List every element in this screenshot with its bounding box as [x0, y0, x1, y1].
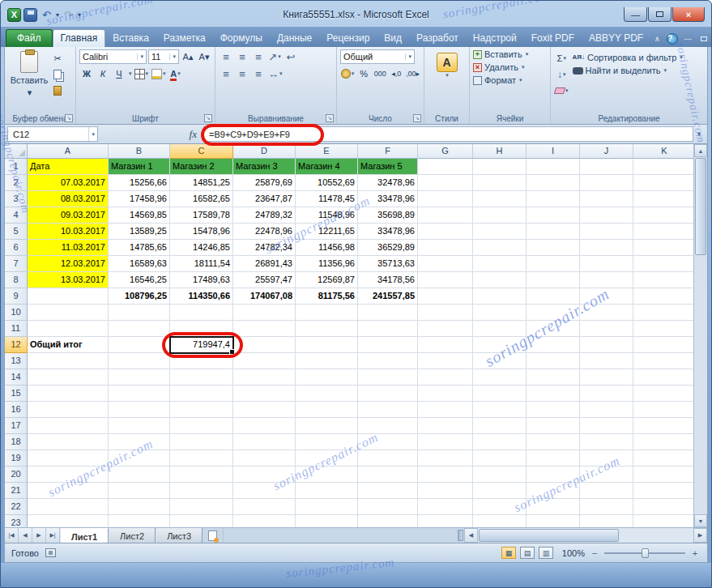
- cell-G19[interactable]: [418, 450, 473, 467]
- first-sheet-button[interactable]: |◀: [5, 528, 19, 543]
- format-cells-button[interactable]: Формат ▾: [473, 75, 547, 85]
- cell-I21[interactable]: [527, 483, 580, 499]
- cell-E14[interactable]: [296, 369, 358, 386]
- font-family-select[interactable]: Calibri ▾: [79, 49, 147, 64]
- row-header-12[interactable]: 12: [5, 337, 28, 353]
- book-minimize-icon[interactable]: —: [681, 33, 694, 45]
- cell-A13[interactable]: [28, 353, 109, 369]
- cell-D14[interactable]: [233, 369, 296, 386]
- cell-H19[interactable]: [473, 450, 527, 467]
- cell-D6[interactable]: 24782,34: [233, 240, 296, 256]
- tab-splitter-handle[interactable]: [458, 530, 463, 541]
- cell-E21[interactable]: [296, 483, 358, 499]
- cell-B17[interactable]: [109, 418, 170, 434]
- row-header-14[interactable]: 14: [5, 369, 28, 386]
- cell-B18[interactable]: [109, 434, 170, 450]
- comma-style-button[interactable]: 000: [373, 66, 387, 81]
- tab-page-layout[interactable]: Разметка: [156, 30, 213, 47]
- name-box[interactable]: C12 ▾: [7, 126, 98, 142]
- shrink-font-button[interactable]: А▾: [197, 49, 211, 64]
- cell-A23[interactable]: [28, 515, 109, 527]
- cell-C14[interactable]: [170, 369, 233, 386]
- cell-F11[interactable]: [358, 321, 418, 337]
- cell-K2[interactable]: [633, 175, 693, 191]
- scroll-up-icon[interactable]: ▲: [694, 144, 707, 157]
- cell-G12[interactable]: [418, 337, 473, 353]
- cell-G21[interactable]: [418, 483, 473, 499]
- cell-F3[interactable]: 33478,96: [358, 191, 418, 207]
- tab-developer[interactable]: Разработ: [409, 30, 466, 47]
- view-page-layout-icon[interactable]: ▤: [520, 547, 535, 559]
- cell-D1[interactable]: Магазин 3: [233, 159, 296, 175]
- cell-A18[interactable]: [28, 434, 109, 450]
- cell-G4[interactable]: [418, 207, 473, 224]
- horizontal-scrollbar[interactable]: ◀ ▶: [464, 528, 707, 543]
- column-header-K[interactable]: K: [633, 144, 693, 159]
- cell-G1[interactable]: [418, 159, 473, 175]
- cell-K17[interactable]: [633, 418, 693, 434]
- cell-A14[interactable]: [28, 369, 109, 386]
- cell-J17[interactable]: [580, 418, 633, 434]
- cell-B13[interactable]: [109, 353, 170, 369]
- tab-addins[interactable]: Надстрой: [466, 30, 524, 47]
- cell-G9[interactable]: [418, 288, 473, 305]
- cell-B8[interactable]: 16546,25: [109, 272, 170, 288]
- fill-button[interactable]: ↓▾: [554, 67, 569, 82]
- cell-G11[interactable]: [418, 321, 473, 337]
- cell-B2[interactable]: 15256,66: [109, 175, 170, 191]
- cell-H4[interactable]: [473, 207, 527, 224]
- cell-E19[interactable]: [296, 450, 358, 467]
- cell-K3[interactable]: [633, 191, 693, 207]
- minimize-ribbon-icon[interactable]: ∧: [650, 33, 663, 45]
- cell-C12[interactable]: 719947,4: [170, 337, 233, 353]
- cell-H2[interactable]: [473, 175, 527, 191]
- cell-A12[interactable]: Общий итог: [28, 337, 109, 353]
- cell-B11[interactable]: [109, 321, 170, 337]
- styles-button[interactable]: А ▾: [428, 49, 466, 79]
- cell-H18[interactable]: [473, 434, 527, 450]
- cell-F19[interactable]: [358, 450, 418, 467]
- vertical-scrollbar[interactable]: ▲ ▼: [693, 144, 707, 527]
- cell-I16[interactable]: [527, 402, 580, 418]
- cell-K11[interactable]: [633, 321, 693, 337]
- column-header-I[interactable]: I: [527, 144, 580, 159]
- next-sheet-button[interactable]: ▶: [32, 528, 46, 543]
- cell-D13[interactable]: [233, 353, 296, 369]
- cell-E2[interactable]: 10552,69: [296, 175, 358, 191]
- alignment-dialog-launcher[interactable]: ↘: [326, 114, 334, 122]
- cell-C22[interactable]: [170, 499, 233, 515]
- expand-formula-bar-icon[interactable]: ▾: [693, 130, 705, 138]
- cell-K9[interactable]: [633, 288, 693, 305]
- sheet-tab-3[interactable]: Лист3: [156, 528, 203, 543]
- cell-F2[interactable]: 32478,96: [358, 175, 418, 191]
- cell-E10[interactable]: [296, 305, 358, 321]
- macro-record-icon[interactable]: [45, 548, 56, 557]
- row-header-7[interactable]: 7: [5, 256, 28, 272]
- cell-A4[interactable]: 09.03.2017: [28, 207, 109, 224]
- cell-H17[interactable]: [473, 418, 527, 434]
- row-header-8[interactable]: 8: [5, 272, 28, 288]
- cell-K16[interactable]: [633, 402, 693, 418]
- minimize-button[interactable]: —: [624, 7, 647, 22]
- italic-button[interactable]: К: [96, 66, 110, 81]
- sheet-tab-2[interactable]: Лист2: [109, 528, 156, 543]
- cell-C16[interactable]: [170, 402, 233, 418]
- cell-F18[interactable]: [358, 434, 418, 450]
- cell-F17[interactable]: [358, 418, 418, 434]
- cell-A5[interactable]: 10.03.2017: [28, 224, 109, 240]
- cell-F1[interactable]: Магазин 5: [358, 159, 418, 175]
- cell-J11[interactable]: [580, 321, 633, 337]
- cell-E23[interactable]: [296, 515, 358, 527]
- cell-I4[interactable]: [527, 207, 580, 224]
- cell-J16[interactable]: [580, 402, 633, 418]
- cell-F5[interactable]: 33478,96: [358, 224, 418, 240]
- row-header-3[interactable]: 3: [5, 191, 28, 207]
- row-header-20[interactable]: 20: [5, 467, 28, 483]
- tab-home[interactable]: Главная: [53, 29, 106, 47]
- cell-G6[interactable]: [418, 240, 473, 256]
- row-header-2[interactable]: 2: [5, 175, 28, 191]
- zoom-level-label[interactable]: 100%: [557, 548, 585, 558]
- cell-H6[interactable]: [473, 240, 527, 256]
- cell-B4[interactable]: 14569,85: [109, 207, 170, 224]
- tab-view[interactable]: Вид: [377, 30, 409, 47]
